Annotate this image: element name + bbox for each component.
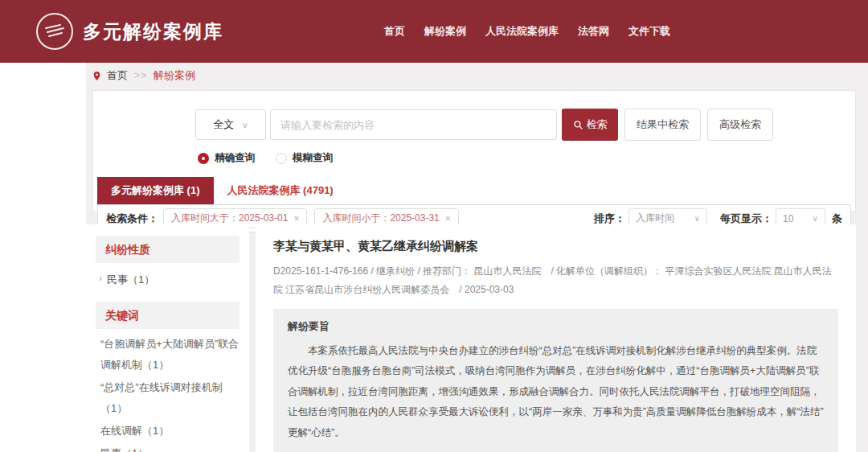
breadcrumb-separator: >>	[134, 70, 147, 81]
sort-label: 排序：	[594, 212, 625, 226]
tab-duoyuan-library[interactable]: 多元解纷案例库 (1)	[97, 177, 214, 204]
case-summary-box: 解纷要旨 本案系依托最高人民法院与中央台办建立的涉台纠纷“总对总”在线诉调对接机…	[273, 309, 838, 452]
breadcrumb: 首页 >> 解纷案例	[86, 63, 868, 88]
chevron-down-icon: ∨	[694, 214, 700, 223]
nav-file-download[interactable]: 文件下载	[628, 24, 670, 39]
radio-unselected-icon	[276, 153, 287, 164]
search-in-results-button[interactable]: 结果中检索	[624, 109, 701, 141]
summary-body: 本案系依托最高人民法院与中央台办建立的涉台纠纷“总对总”在线诉调对接机制化解涉台…	[288, 341, 824, 444]
site-title: 多元解纷案例库	[83, 19, 223, 44]
page-size-unit: 条	[832, 212, 842, 226]
nav-fada-net[interactable]: 法答网	[578, 24, 609, 39]
radio-selected-icon	[198, 153, 209, 164]
content-wrapper: 首页 >> 解纷案例 全文 ∨ 检索 结果中检索 高级检索 精确	[86, 63, 868, 452]
tag-remove-icon[interactable]: ×	[445, 213, 451, 224]
tab-court-library[interactable]: 人民法院案例库 (4791)	[214, 177, 347, 204]
library-tabs: 多元解纷案例库 (1) 人民法院案例库 (4791)	[97, 177, 855, 204]
court-logo-icon	[36, 13, 73, 50]
app-header: 多元解纷案例库 首页 解纷案例 人民法院案例库 法答网 文件下载	[0, 0, 868, 63]
tag-remove-icon[interactable]: ×	[293, 213, 299, 224]
chevron-right-icon: ›	[99, 273, 102, 287]
keyword-item[interactable]: “台胞调解员+大陆调解员”联合调解机制（1）	[96, 332, 240, 376]
results-area: 纠纷性质 › 民事（1） 关键词 “台胞调解员+大陆调解员”联合调解机制（1） …	[86, 224, 856, 452]
query-mode-radios: 精确查询 模糊查询	[198, 151, 855, 165]
search-icon	[573, 120, 583, 130]
nav-dispute-cases[interactable]: 解纷案例	[424, 24, 466, 39]
breadcrumb-current[interactable]: 解纷案例	[154, 68, 195, 83]
keyword-item[interactable]: 民事（1）	[96, 442, 240, 452]
nav-home[interactable]: 首页	[384, 24, 405, 39]
breadcrumb-home[interactable]: 首页	[107, 68, 128, 83]
search-scope-select[interactable]: 全文 ∨	[195, 109, 266, 140]
advanced-search-button[interactable]: 高级检索	[707, 109, 773, 141]
keyword-item[interactable]: “总对总”在线诉调对接机制（1）	[96, 376, 240, 419]
facet-item-civil[interactable]: › 民事（1）	[96, 263, 240, 289]
main-nav: 首页 解纷案例 人民法院案例库 法答网 文件下载	[384, 0, 670, 63]
keyword-list: “台胞调解员+大陆调解员”联合调解机制（1） “总对总”在线诉调对接机制（1） …	[96, 329, 240, 452]
keyword-item[interactable]: 在线调解（1）	[96, 419, 240, 442]
radio-exact-query[interactable]: 精确查询	[198, 151, 255, 165]
search-scope-value: 全文	[213, 117, 234, 132]
nav-court-case-library[interactable]: 人民法院案例库	[485, 24, 559, 39]
search-button[interactable]: 检索	[562, 109, 618, 141]
search-row: 全文 ∨ 检索 结果中检索 高级检索	[195, 109, 855, 141]
radio-fuzzy-query[interactable]: 模糊查询	[276, 151, 333, 165]
case-meta: D2025-161-1-476-166 / 继承纠纷 / 推荐部门： 昆山市人民…	[273, 262, 838, 299]
location-pin-icon	[92, 70, 102, 82]
search-panel: 全文 ∨ 检索 结果中检索 高级检索 精确查询 模糊查询	[92, 90, 856, 212]
summary-title: 解纷要旨	[288, 319, 824, 334]
facet-section-title-dispute-nature: 纠纷性质	[96, 236, 240, 263]
chevron-down-icon: ∨	[242, 121, 248, 129]
filter-conditions-label: 检索条件：	[106, 212, 158, 226]
case-title-link[interactable]: 李某与黄某甲、黄某乙继承纠纷调解案	[273, 239, 838, 254]
facet-sidebar: 纠纷性质 › 民事（1） 关键词 “台胞调解员+大陆调解员”联合调解机制（1） …	[86, 224, 249, 452]
page-size-label: 每页显示：	[720, 212, 772, 226]
search-input[interactable]	[270, 109, 557, 140]
result-panel: 李某与黄某甲、黄某乙继承纠纷调解案 D2025-161-1-476-166 / …	[256, 224, 856, 452]
chevron-down-icon: ∨	[813, 214, 818, 223]
logo: 多元解纷案例库	[36, 13, 223, 50]
facet-section-title-keywords: 关键词	[96, 302, 240, 329]
